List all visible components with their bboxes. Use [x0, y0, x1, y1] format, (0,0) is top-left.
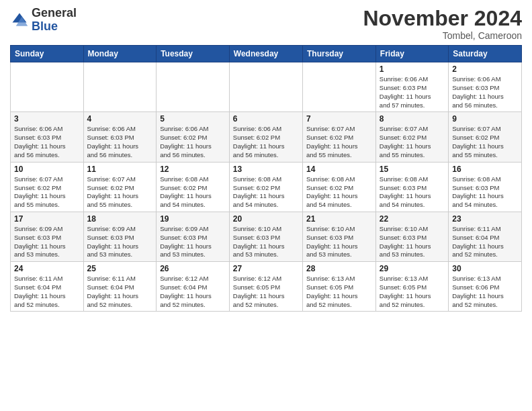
col-wednesday: Wednesday	[229, 46, 302, 62]
day-info: Sunrise: 6:09 AMSunset: 6:03 PMDaylight:…	[14, 225, 80, 259]
day-info: Sunrise: 6:06 AMSunset: 6:03 PMDaylight:…	[87, 125, 153, 159]
table-cell	[83, 62, 157, 112]
table-cell: 23Sunrise: 6:11 AMSunset: 6:04 PMDayligh…	[449, 212, 522, 261]
logo-blue: Blue	[32, 19, 58, 33]
day-number: 29	[380, 264, 445, 273]
day-info: Sunrise: 6:06 AMSunset: 6:03 PMDaylight:…	[14, 125, 80, 159]
table-cell: 10Sunrise: 6:07 AMSunset: 6:02 PMDayligh…	[11, 162, 84, 212]
day-number: 7	[306, 114, 372, 124]
day-info: Sunrise: 6:10 AMSunset: 6:03 PMDaylight:…	[233, 225, 299, 259]
header: General Blue November 2024 Tombel, Camer…	[10, 7, 522, 41]
day-info: Sunrise: 6:08 AMSunset: 6:03 PMDaylight:…	[452, 175, 518, 210]
col-saturday: Saturday	[449, 46, 522, 62]
day-info: Sunrise: 6:07 AMSunset: 6:02 PMDaylight:…	[14, 175, 80, 210]
day-info: Sunrise: 6:10 AMSunset: 6:03 PMDaylight:…	[380, 225, 445, 259]
day-info: Sunrise: 6:13 AMSunset: 6:05 PMDaylight:…	[306, 275, 372, 309]
day-info: Sunrise: 6:09 AMSunset: 6:03 PMDaylight:…	[87, 225, 153, 259]
logo-text: General Blue	[32, 7, 77, 34]
day-number: 16	[452, 165, 518, 174]
table-cell: 2Sunrise: 6:06 AMSunset: 6:03 PMDaylight…	[449, 62, 522, 112]
day-number: 5	[160, 114, 226, 124]
table-cell: 5Sunrise: 6:06 AMSunset: 6:02 PMDaylight…	[157, 112, 230, 162]
day-info: Sunrise: 6:08 AMSunset: 6:02 PMDaylight:…	[160, 175, 226, 210]
table-cell: 3Sunrise: 6:06 AMSunset: 6:03 PMDaylight…	[11, 112, 84, 162]
day-number: 2	[452, 64, 518, 74]
logo-general: General	[32, 6, 77, 19]
day-number: 21	[306, 214, 372, 224]
day-number: 22	[380, 214, 445, 224]
day-number: 15	[380, 165, 445, 174]
day-number: 10	[14, 165, 80, 174]
day-info: Sunrise: 6:11 AMSunset: 6:04 PMDaylight:…	[452, 225, 518, 259]
table-cell: 26Sunrise: 6:12 AMSunset: 6:04 PMDayligh…	[157, 262, 230, 312]
col-tuesday: Tuesday	[157, 46, 230, 62]
calendar-row-3: 10Sunrise: 6:07 AMSunset: 6:02 PMDayligh…	[11, 162, 522, 212]
table-cell: 13Sunrise: 6:08 AMSunset: 6:02 PMDayligh…	[229, 162, 302, 212]
day-number: 26	[160, 264, 226, 273]
day-number: 30	[452, 264, 518, 273]
day-number: 14	[306, 165, 372, 174]
calendar-row-5: 24Sunrise: 6:11 AMSunset: 6:04 PMDayligh…	[11, 262, 522, 312]
day-info: Sunrise: 6:07 AMSunset: 6:02 PMDaylight:…	[452, 125, 518, 159]
day-number: 13	[233, 165, 299, 174]
logo-icon	[10, 11, 29, 30]
table-cell: 4Sunrise: 6:06 AMSunset: 6:03 PMDaylight…	[83, 112, 157, 162]
table-cell: 22Sunrise: 6:10 AMSunset: 6:03 PMDayligh…	[375, 212, 448, 261]
day-number: 18	[87, 214, 153, 224]
table-cell	[157, 62, 230, 112]
title-block: November 2024 Tombel, Cameroon	[363, 7, 522, 41]
location-subtitle: Tombel, Cameroon	[363, 30, 522, 41]
day-number: 20	[233, 214, 299, 224]
day-info: Sunrise: 6:06 AMSunset: 6:03 PMDaylight:…	[452, 75, 518, 109]
calendar-row-4: 17Sunrise: 6:09 AMSunset: 6:03 PMDayligh…	[11, 212, 522, 261]
table-cell: 11Sunrise: 6:07 AMSunset: 6:02 PMDayligh…	[83, 162, 157, 212]
table-cell: 14Sunrise: 6:08 AMSunset: 6:02 PMDayligh…	[303, 162, 376, 212]
table-cell: 16Sunrise: 6:08 AMSunset: 6:03 PMDayligh…	[449, 162, 522, 212]
table-cell: 8Sunrise: 6:07 AMSunset: 6:02 PMDaylight…	[375, 112, 448, 162]
day-number: 3	[14, 114, 80, 124]
day-number: 9	[452, 114, 518, 124]
table-cell: 6Sunrise: 6:06 AMSunset: 6:02 PMDaylight…	[229, 112, 302, 162]
table-cell: 7Sunrise: 6:07 AMSunset: 6:02 PMDaylight…	[303, 112, 376, 162]
day-info: Sunrise: 6:07 AMSunset: 6:02 PMDaylight:…	[87, 175, 153, 210]
day-number: 8	[380, 114, 445, 124]
day-info: Sunrise: 6:13 AMSunset: 6:05 PMDaylight:…	[380, 275, 445, 309]
day-info: Sunrise: 6:09 AMSunset: 6:03 PMDaylight:…	[160, 225, 226, 259]
day-info: Sunrise: 6:11 AMSunset: 6:04 PMDaylight:…	[87, 275, 153, 309]
col-thursday: Thursday	[303, 46, 376, 62]
logo: General Blue	[10, 7, 77, 34]
table-cell: 18Sunrise: 6:09 AMSunset: 6:03 PMDayligh…	[83, 212, 157, 261]
day-info: Sunrise: 6:08 AMSunset: 6:03 PMDaylight:…	[380, 175, 445, 210]
calendar-header-row: Sunday Monday Tuesday Wednesday Thursday…	[11, 46, 522, 62]
table-cell	[303, 62, 376, 112]
day-info: Sunrise: 6:11 AMSunset: 6:04 PMDaylight:…	[14, 275, 80, 309]
table-cell: 21Sunrise: 6:10 AMSunset: 6:03 PMDayligh…	[303, 212, 376, 261]
day-number: 12	[160, 165, 226, 174]
table-cell: 30Sunrise: 6:13 AMSunset: 6:06 PMDayligh…	[449, 262, 522, 312]
day-info: Sunrise: 6:10 AMSunset: 6:03 PMDaylight:…	[306, 225, 372, 259]
table-cell: 19Sunrise: 6:09 AMSunset: 6:03 PMDayligh…	[157, 212, 230, 261]
day-info: Sunrise: 6:12 AMSunset: 6:05 PMDaylight:…	[233, 275, 299, 309]
day-number: 17	[14, 214, 80, 224]
day-info: Sunrise: 6:06 AMSunset: 6:02 PMDaylight:…	[233, 125, 299, 159]
day-number: 6	[233, 114, 299, 124]
day-number: 1	[380, 64, 445, 74]
day-info: Sunrise: 6:13 AMSunset: 6:06 PMDaylight:…	[452, 275, 518, 309]
table-cell: 12Sunrise: 6:08 AMSunset: 6:02 PMDayligh…	[157, 162, 230, 212]
table-cell: 1Sunrise: 6:06 AMSunset: 6:03 PMDaylight…	[375, 62, 448, 112]
day-info: Sunrise: 6:07 AMSunset: 6:02 PMDaylight:…	[306, 125, 372, 159]
day-info: Sunrise: 6:12 AMSunset: 6:04 PMDaylight:…	[160, 275, 226, 309]
day-info: Sunrise: 6:08 AMSunset: 6:02 PMDaylight:…	[233, 175, 299, 210]
table-cell: 9Sunrise: 6:07 AMSunset: 6:02 PMDaylight…	[449, 112, 522, 162]
month-title: November 2024	[363, 7, 522, 30]
table-cell: 15Sunrise: 6:08 AMSunset: 6:03 PMDayligh…	[375, 162, 448, 212]
day-number: 23	[452, 214, 518, 224]
day-number: 11	[87, 165, 153, 174]
day-number: 25	[87, 264, 153, 273]
col-monday: Monday	[83, 46, 157, 62]
table-cell: 24Sunrise: 6:11 AMSunset: 6:04 PMDayligh…	[11, 262, 84, 312]
table-cell: 29Sunrise: 6:13 AMSunset: 6:05 PMDayligh…	[375, 262, 448, 312]
table-cell: 25Sunrise: 6:11 AMSunset: 6:04 PMDayligh…	[83, 262, 157, 312]
day-info: Sunrise: 6:07 AMSunset: 6:02 PMDaylight:…	[380, 125, 445, 159]
table-cell: 17Sunrise: 6:09 AMSunset: 6:03 PMDayligh…	[11, 212, 84, 261]
